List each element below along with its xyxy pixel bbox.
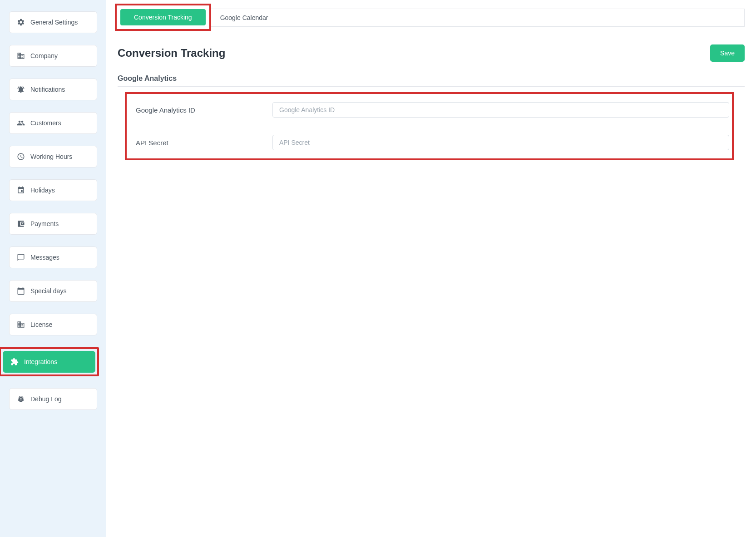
sidebar-item-special-days[interactable]: Special days — [9, 280, 97, 302]
tabs-row: Conversion Tracking Google Calendar — [118, 4, 745, 31]
page-header: Conversion Tracking Save — [118, 44, 745, 62]
sidebar-item-label: Company — [30, 52, 58, 59]
form-row-ga-id: Google Analytics ID — [129, 102, 729, 118]
main-content: Conversion Tracking Google Calendar Conv… — [106, 0, 756, 537]
sidebar-item-notifications[interactable]: Notifications — [9, 79, 97, 100]
building-icon — [17, 52, 25, 60]
sidebar-item-holidays[interactable]: Holidays — [9, 179, 97, 201]
sidebar-item-label: Integrations — [24, 358, 57, 365]
gear-icon — [17, 18, 25, 26]
tab-conversion-tracking[interactable]: Conversion Tracking — [120, 9, 206, 25]
sidebar-item-label: Working Hours — [30, 153, 72, 160]
ga-id-label: Google Analytics ID — [129, 106, 272, 114]
bell-icon — [17, 85, 25, 94]
sidebar-item-label: Messages — [30, 254, 59, 261]
api-secret-label: API Secret — [129, 139, 272, 147]
clock-icon — [17, 153, 25, 161]
sidebar-item-payments[interactable]: Payments — [9, 213, 97, 235]
sidebar-item-label: General Settings — [30, 19, 78, 26]
sidebar-item-working-hours[interactable]: Working Hours — [9, 146, 97, 168]
sidebar-item-debug-log[interactable]: Debug Log — [9, 388, 97, 410]
save-button[interactable]: Save — [710, 44, 745, 62]
tab-google-calendar[interactable]: Google Calendar — [211, 9, 745, 27]
section-title: Google Analytics — [118, 74, 745, 87]
sidebar-item-license[interactable]: License — [9, 314, 97, 335]
sidebar-item-integrations[interactable]: Integrations — [3, 351, 95, 373]
people-icon — [17, 119, 25, 127]
page-title: Conversion Tracking — [118, 47, 225, 59]
sidebar-item-label: Debug Log — [30, 395, 62, 403]
highlight-form: Google Analytics ID API Secret — [125, 92, 734, 160]
sidebar-item-customers[interactable]: Customers — [9, 112, 97, 134]
sidebar-item-label: Holidays — [30, 187, 55, 194]
sidebar-item-general-settings[interactable]: General Settings — [9, 11, 97, 33]
sidebar-item-label: Payments — [30, 220, 59, 227]
highlight-integrations: Integrations — [0, 347, 99, 376]
sidebar-item-messages[interactable]: Messages — [9, 246, 97, 268]
wallet-icon — [17, 220, 25, 228]
form-row-api-secret: API Secret — [129, 135, 729, 150]
sidebar: General Settings Company Notifications C… — [0, 0, 106, 537]
sidebar-item-label: Special days — [30, 287, 66, 295]
building-icon — [17, 320, 25, 329]
sidebar-item-label: Notifications — [30, 86, 65, 93]
bug-icon — [17, 395, 25, 403]
sidebar-item-label: License — [30, 321, 52, 328]
highlight-tab: Conversion Tracking — [115, 4, 211, 31]
puzzle-icon — [10, 358, 19, 366]
tab-label: Google Calendar — [220, 14, 268, 21]
calendar-today-icon — [17, 287, 25, 295]
sidebar-item-company[interactable]: Company — [9, 45, 97, 67]
sidebar-item-label: Customers — [30, 119, 61, 127]
ga-id-input[interactable] — [272, 102, 729, 118]
calendar-event-icon — [17, 186, 25, 194]
chat-icon — [17, 253, 25, 261]
api-secret-input[interactable] — [272, 135, 729, 150]
